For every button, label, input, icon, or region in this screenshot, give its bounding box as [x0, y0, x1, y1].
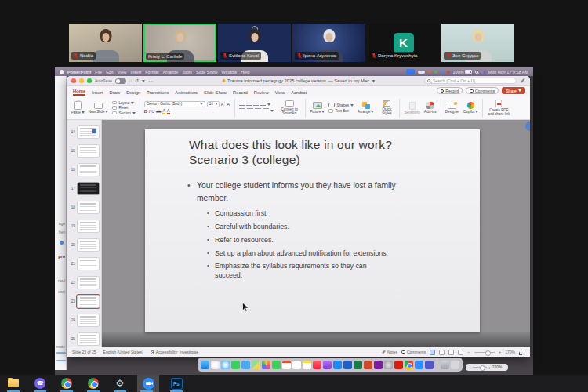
- increase-font-icon[interactable]: Aʾ: [221, 102, 226, 107]
- tab-acrobat[interactable]: Acrobat: [291, 90, 307, 96]
- tab-insert[interactable]: Insert: [92, 90, 103, 96]
- share-button[interactable]: Share: [502, 87, 525, 94]
- tab-design[interactable]: Design: [126, 90, 140, 96]
- dock-podcasts-icon[interactable]: [323, 361, 332, 369]
- zoom-in-button[interactable]: +: [488, 365, 492, 370]
- slide-thumbnail-17[interactable]: 17: [67, 179, 101, 198]
- minimize-button[interactable]: [79, 78, 84, 83]
- participant-tile-daryna[interactable]: K Daryna Kryvoshyia: [367, 24, 440, 62]
- record-button[interactable]: Record: [437, 87, 463, 94]
- font-size-select[interactable]: 16: [207, 101, 220, 107]
- undo-icon[interactable]: ↺: [135, 78, 139, 83]
- close-button[interactable]: [71, 78, 76, 83]
- picture-button[interactable]: Picture: [310, 102, 325, 114]
- taskbar-photoshop[interactable]: Ps: [167, 375, 186, 392]
- status-app-icon[interactable]: [428, 71, 431, 74]
- slide-body[interactable]: Your college student informs you they ha…: [187, 180, 448, 285]
- dock-finder-icon[interactable]: [201, 361, 209, 369]
- dock-zoom-icon[interactable]: [415, 361, 423, 369]
- menu-help[interactable]: Help: [241, 70, 249, 74]
- dock-teams-icon[interactable]: [425, 361, 434, 369]
- dock-safari-icon[interactable]: [221, 361, 230, 369]
- tab-draw[interactable]: Draw: [110, 90, 121, 96]
- dock-excel-icon[interactable]: [354, 361, 362, 369]
- screen-share-indicator-icon[interactable]: [406, 69, 415, 74]
- menu-view[interactable]: View: [118, 70, 127, 74]
- collapsed-sidebar-tab[interactable]: [525, 122, 530, 131]
- section-button[interactable]: Section: [112, 111, 135, 115]
- taskbar-chrome-profile[interactable]: [84, 375, 103, 392]
- cloud-icon[interactable]: [418, 71, 425, 74]
- menubar-app-name[interactable]: PowerPoint: [67, 70, 91, 74]
- align-left-icon[interactable]: [239, 108, 245, 113]
- dock-music-icon[interactable]: [313, 361, 321, 369]
- font-name-select[interactable]: Century Gothic (Body): [144, 101, 205, 107]
- maximize-button[interactable]: [87, 78, 92, 83]
- menu-insert[interactable]: Insert: [130, 70, 141, 74]
- normal-view-button[interactable]: [430, 350, 435, 355]
- underline-button[interactable]: U: [151, 109, 154, 114]
- apple-menu-icon[interactable]: [60, 70, 64, 74]
- slide-thumbnail-19[interactable]: 19: [67, 216, 101, 235]
- status-app-icon[interactable]: [434, 71, 437, 74]
- tab-home[interactable]: Home: [73, 89, 85, 96]
- arrange-button[interactable]: Arrange: [358, 102, 374, 114]
- indent-increase-icon[interactable]: [260, 103, 266, 107]
- language-selector[interactable]: English (United States): [103, 350, 143, 354]
- slide-thumbnail-14[interactable]: 14: [67, 122, 101, 141]
- strikethrough-button[interactable]: ab: [156, 109, 161, 114]
- sensitivity-button[interactable]: Sensitivity: [404, 102, 420, 114]
- menubar-clock[interactable]: Mon Nov 17 9:58 AM: [488, 70, 528, 74]
- pencil-icon[interactable]: [520, 78, 524, 83]
- text-box-button[interactable]: Text Box: [328, 109, 354, 113]
- zoom-in-button[interactable]: +: [499, 350, 502, 354]
- status-app-icon[interactable]: [441, 71, 444, 74]
- menu-format[interactable]: Format: [145, 70, 158, 74]
- new-slide-button[interactable]: New Slide: [89, 103, 109, 114]
- zoom-out-button[interactable]: −: [468, 365, 471, 370]
- dock-mail-icon[interactable]: [241, 361, 250, 369]
- dock-acrobat-icon[interactable]: [394, 361, 403, 369]
- participant-tile-svitlana[interactable]: Svitlana Koval: [218, 24, 291, 62]
- slide-thumbnail-21[interactable]: 21: [67, 254, 101, 273]
- slide-thumbnail-25[interactable]: 25: [67, 329, 101, 347]
- add-ins-button[interactable]: Add-ins: [424, 102, 437, 114]
- tab-view[interactable]: View: [275, 90, 285, 96]
- taskbar-settings[interactable]: ⚙: [111, 375, 129, 392]
- participant-tile-iryna[interactable]: Ірина Акуленко: [292, 24, 365, 62]
- taskbar-viber[interactable]: ☎: [31, 375, 49, 392]
- slide-title[interactable]: What does this look like in our work? Sc…: [189, 138, 441, 168]
- participant-tile-zoia[interactable]: Зоя Сердюк: [441, 24, 514, 62]
- quick-styles-button[interactable]: Quick Styles: [378, 100, 395, 115]
- zoom-slider[interactable]: [474, 352, 495, 353]
- dock-notes-icon[interactable]: [303, 361, 311, 369]
- dock-maps-icon[interactable]: [252, 361, 260, 369]
- align-center-icon[interactable]: [247, 108, 253, 113]
- copilot-button[interactable]: Copilot: [463, 102, 478, 114]
- tab-transitions[interactable]: Transitions: [147, 90, 169, 96]
- decrease-font-icon[interactable]: Aʽ: [227, 102, 230, 107]
- participant-tile-kristy[interactable]: Kristy L. Carlisle: [143, 24, 216, 62]
- dock-messages-icon[interactable]: [231, 361, 240, 369]
- numbered-list-icon[interactable]: [246, 103, 252, 107]
- dock-powerpoint-icon[interactable]: [364, 361, 372, 369]
- dock-reminders-icon[interactable]: [292, 361, 301, 369]
- home-icon[interactable]: ⌂: [129, 78, 132, 83]
- bulleted-list-icon[interactable]: [239, 103, 245, 107]
- dock-trash-icon[interactable]: [451, 361, 459, 369]
- dock-chrome-icon[interactable]: [405, 361, 413, 369]
- layout-button[interactable]: Layout: [112, 101, 135, 105]
- dock-photos-icon[interactable]: [262, 361, 270, 369]
- dock-word-icon[interactable]: [343, 361, 352, 369]
- tab-animations[interactable]: Animations: [175, 90, 198, 96]
- taskbar-chrome[interactable]: [57, 375, 76, 392]
- dock-downloads-icon[interactable]: [441, 361, 449, 369]
- comments-panel-button[interactable]: Comments: [401, 350, 426, 354]
- slide-thumbnail-20[interactable]: 20: [67, 235, 101, 254]
- justify-icon[interactable]: [263, 108, 269, 113]
- slide-sorter-view-button[interactable]: [439, 350, 445, 355]
- menu-tools[interactable]: Tools: [182, 70, 192, 74]
- tab-review[interactable]: Review: [254, 90, 269, 96]
- autosave-toggle[interactable]: [115, 78, 126, 84]
- participant-tile-nadiia[interactable]: Nadiia: [69, 24, 142, 62]
